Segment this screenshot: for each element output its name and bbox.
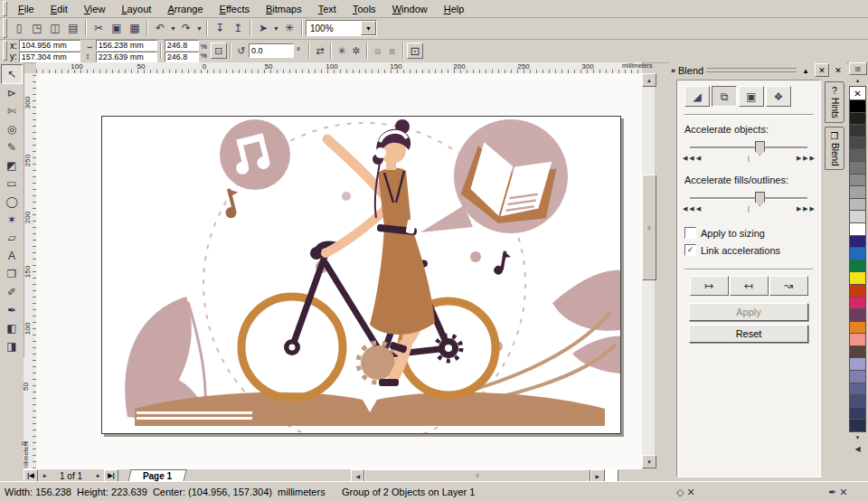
shape-tool[interactable]: ⊳ <box>2 84 22 102</box>
polygon-tool[interactable]: ✶ <box>2 211 22 229</box>
page-tab[interactable]: Page 1 <box>127 469 187 482</box>
propbar-drag-handle[interactable] <box>3 41 7 61</box>
palette-swatch[interactable] <box>849 185 866 199</box>
palette-swatch[interactable] <box>849 297 866 310</box>
save-button[interactable]: ◫ <box>46 20 64 36</box>
toolbar-drag-handle[interactable] <box>3 18 7 37</box>
zoom-level-combo[interactable]: 100% ▼ <box>306 20 377 36</box>
palette-swatch[interactable] <box>849 210 866 223</box>
menubar-drag-handle[interactable] <box>3 1 7 16</box>
blend-end-button[interactable]: ↤ <box>730 276 769 296</box>
menu-help[interactable]: Help <box>436 2 473 16</box>
scroll-up-button[interactable]: ▲ <box>642 73 656 87</box>
apply-to-sizing-checkbox[interactable] <box>684 227 696 239</box>
convert-to-curves-button[interactable]: ⊡ <box>407 43 423 59</box>
palette-swatch[interactable] <box>849 394 866 408</box>
palette-swatch[interactable] <box>849 419 866 432</box>
chevron-down-icon[interactable]: ▼ <box>361 21 376 35</box>
menu-tools[interactable]: Tools <box>344 2 384 16</box>
menu-view[interactable]: View <box>76 2 114 16</box>
no-color-swatch[interactable]: ✕ <box>849 86 866 100</box>
object-width-field[interactable]: 156.238 mm <box>96 40 157 51</box>
menu-text[interactable]: Text <box>310 2 344 16</box>
outline-pen-tool[interactable]: ✒ <box>2 301 22 319</box>
add-page-after-button[interactable]: + <box>91 470 104 481</box>
palette-options-button[interactable]: ⊞ <box>849 62 867 75</box>
palette-scroll-down-button[interactable]: ▼ <box>850 432 866 443</box>
palette-swatch[interactable] <box>849 383 866 396</box>
palette-expand-button[interactable]: ◀ <box>850 443 866 454</box>
rectangle-tool[interactable]: ▭ <box>2 175 22 193</box>
menu-arrange[interactable]: Arrange <box>159 2 211 16</box>
blend-path-button[interactable]: ↝ <box>769 276 808 296</box>
artwork-woman-on-bicycle[interactable] <box>102 117 620 433</box>
undo-dropdown[interactable]: ▼ <box>169 25 177 32</box>
blend-steps-button[interactable]: ◢ <box>684 86 710 107</box>
outline-color-indicator[interactable]: ✒ ✕ <box>828 487 848 498</box>
palette-swatch[interactable] <box>849 357 866 371</box>
palette-swatch[interactable] <box>849 174 866 187</box>
new-button[interactable]: ▯ <box>10 20 28 36</box>
palette-swatch[interactable] <box>849 161 866 175</box>
palette-swatch[interactable] <box>849 333 866 346</box>
palette-swatch[interactable] <box>849 407 866 421</box>
blend-acceleration-button[interactable]: ⧉ <box>712 86 737 107</box>
weld-button[interactable]: ⧈ <box>371 43 385 58</box>
mirror-button[interactable]: ⇄ <box>313 43 327 58</box>
drawing-canvas[interactable] <box>36 73 642 468</box>
blend-start-button[interactable]: ↦ <box>690 276 729 296</box>
palette-swatch[interactable] <box>849 284 866 298</box>
cut-button[interactable]: ✂ <box>90 20 108 36</box>
menu-window[interactable]: Window <box>384 2 436 16</box>
accelerate-fills-slider[interactable] <box>686 191 811 205</box>
palette-swatch[interactable] <box>849 112 866 126</box>
menu-file[interactable]: File <box>10 2 42 16</box>
misc-blend-options-button[interactable]: ❖ <box>766 86 791 107</box>
palette-swatch[interactable] <box>849 321 866 335</box>
ellipse-tool[interactable]: ◯ <box>2 193 22 211</box>
export-button[interactable]: ↥ <box>229 20 247 36</box>
palette-swatch[interactable] <box>849 308 866 322</box>
redo-dropdown[interactable]: ▼ <box>195 25 203 32</box>
scale-x-field[interactable]: 246.8 <box>165 40 199 51</box>
palette-swatch[interactable] <box>849 345 866 359</box>
tab-blend[interactable]: ❒ Blend <box>825 127 844 171</box>
pick-tool[interactable]: ↖ <box>1 64 23 84</box>
nonproportional-scaling-lock-button[interactable]: ⊡ <box>211 43 227 59</box>
palette-scroll-up-button[interactable]: ▲ <box>850 75 866 86</box>
palette-swatch[interactable] <box>849 99 866 113</box>
smart-fill-tool[interactable]: ◩ <box>2 156 22 175</box>
menu-effects[interactable]: Effects <box>212 2 258 16</box>
combine-button[interactable]: ✳ <box>335 43 349 58</box>
fill-tool[interactable]: ◧ <box>2 319 22 337</box>
basic-shapes-tool[interactable]: ▱ <box>2 229 22 247</box>
docker-group-close-button[interactable]: ✕ <box>832 64 844 76</box>
fill-color-indicator[interactable]: ◇ ✕ <box>676 487 695 498</box>
palette-swatch[interactable] <box>849 148 866 162</box>
palette-swatch[interactable] <box>849 260 866 273</box>
rotation-angle-field[interactable]: 0.0 <box>249 43 294 58</box>
tab-hints[interactable]: ? Hints <box>825 81 844 123</box>
palette-swatch[interactable] <box>849 247 866 260</box>
eyedropper-tool[interactable]: ✐ <box>2 283 22 301</box>
print-button[interactable]: ▤ <box>64 20 82 36</box>
scroll-down-button[interactable]: ▼ <box>642 455 656 468</box>
blend-color-button[interactable]: ▣ <box>739 86 764 107</box>
drawing-page[interactable] <box>101 116 621 434</box>
palette-swatch[interactable] <box>849 370 866 383</box>
palette-swatch[interactable] <box>849 271 866 285</box>
trim-button[interactable]: ⧇ <box>385 43 400 58</box>
application-launcher-button[interactable]: ➤ <box>254 20 272 36</box>
link-accelerations-checkbox[interactable]: ✓ <box>684 244 696 256</box>
crop-tool[interactable]: ✄ <box>2 102 22 120</box>
palette-swatch[interactable] <box>849 137 866 150</box>
x-position-field[interactable]: 104.956 mm <box>19 40 80 51</box>
palette-swatch[interactable] <box>849 124 866 137</box>
slider-thumb[interactable] <box>755 141 765 156</box>
last-page-button[interactable]: ▶| <box>104 469 118 482</box>
accelerate-objects-slider[interactable] <box>686 140 811 155</box>
reset-button[interactable]: Reset <box>689 325 808 343</box>
redo-button[interactable]: ↷ <box>177 20 195 36</box>
vertical-ruler[interactable]: 300 250 200 150 100 50 0 millimeters <box>24 73 37 468</box>
menu-edit[interactable]: Edit <box>42 2 76 16</box>
